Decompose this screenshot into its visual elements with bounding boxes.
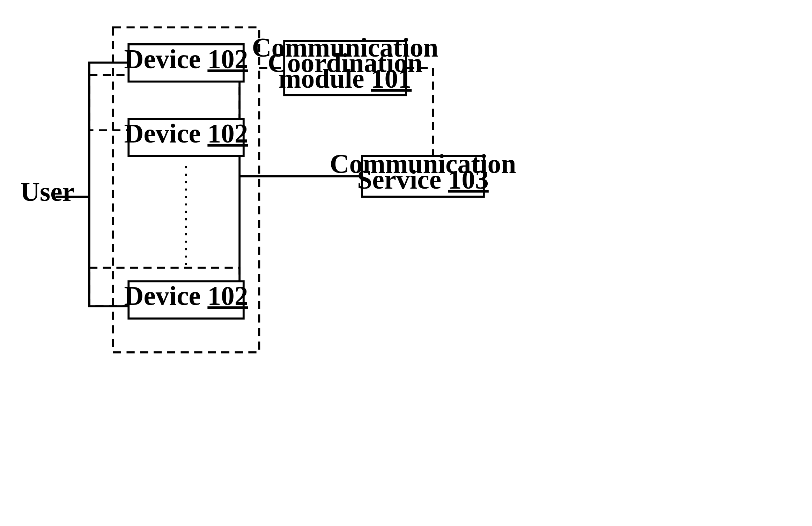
coord-line3b: 101 <box>371 64 412 94</box>
svg-text:Device
       
      102: Device 102 <box>124 44 248 74</box>
comm-service-box: Communication Service 103 <box>330 149 516 197</box>
device-box-2: Device 102 <box>124 118 248 156</box>
user-side-box <box>89 63 239 306</box>
device-3-ref: 102 <box>207 281 248 311</box>
coord-line3a: module <box>279 64 364 94</box>
device-box-3: Device 102 <box>124 281 248 319</box>
svg-text:Device
       
      102: Device 102 <box>124 281 248 311</box>
device-3-name: Device <box>124 281 200 311</box>
device-1-ref: 102 <box>207 44 248 74</box>
coord-module-box: Communication Coordination module 101 <box>252 32 438 95</box>
svg-text:Device
       
      102: Device 102 <box>124 118 248 148</box>
device-1-name: Device <box>124 44 200 74</box>
diagram-canvas: Device 102 Device 102 Device 102 User Co… <box>0 0 812 526</box>
device-box-1: Device 102 <box>124 44 248 82</box>
svg-text:module
       
      101: module 101 <box>279 64 412 94</box>
service-line2a: Service <box>357 165 441 195</box>
device-2-name: Device <box>124 118 200 148</box>
user-label: User <box>20 177 74 207</box>
service-line2b: 103 <box>448 165 489 195</box>
svg-text:Service
       
      103: Service 103 <box>357 165 489 195</box>
device-2-ref: 102 <box>207 118 248 148</box>
